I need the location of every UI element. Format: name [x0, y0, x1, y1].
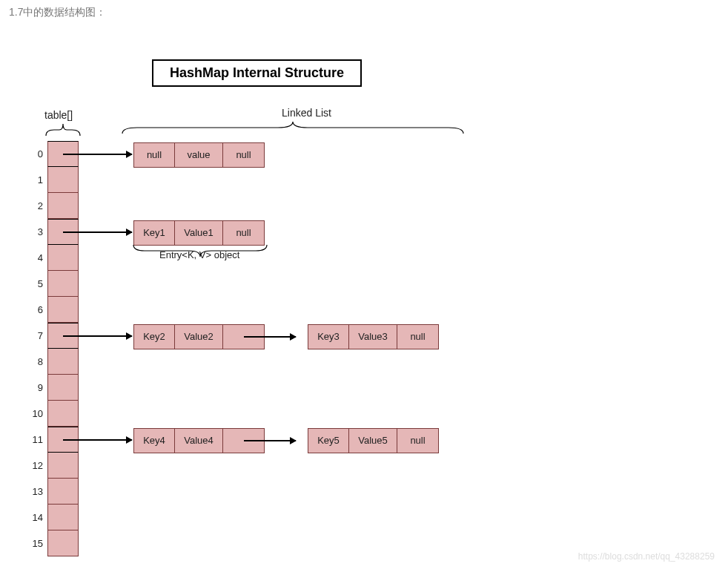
table-row: 2: [30, 193, 79, 219]
chain-row: nullvaluenull: [133, 142, 265, 168]
pointer-arrow: [63, 154, 132, 155]
entry-value: Value2: [175, 325, 223, 349]
entry-key: Key3: [308, 325, 349, 349]
table-slot: [47, 193, 79, 219]
table-row: 1: [30, 167, 79, 193]
entry-value: Value3: [349, 325, 397, 349]
entry-next: null: [223, 143, 264, 167]
chain-row: Key2Value2Key3Value3null: [133, 324, 439, 349]
table-slot: [47, 375, 79, 401]
table-row: 4: [30, 245, 79, 271]
linked-list-label: Linked List: [282, 107, 331, 119]
entry-value: value: [175, 143, 223, 167]
table-index: 12: [30, 460, 47, 471]
entry-next: null: [397, 325, 438, 349]
table-index: 10: [30, 408, 47, 419]
table-slot: [47, 453, 79, 479]
table-slot: [47, 401, 79, 427]
table-row: 9: [30, 375, 79, 401]
chain-row: Key1Value1null: [133, 220, 265, 246]
table-label: table[]: [44, 109, 73, 121]
table-row: 5: [30, 271, 79, 297]
watermark-text: https://blog.csdn.net/qq_43288259: [578, 551, 715, 562]
table-index: 11: [30, 434, 47, 445]
figure-caption: 1.7中的数据结构图：: [9, 6, 106, 19]
entry-value: Value4: [175, 429, 223, 453]
chain-row: Key4Value4Key5Value5null: [133, 428, 439, 453]
table-row: 14: [30, 505, 79, 530]
table-index: 9: [30, 382, 47, 393]
entry-next: null: [223, 221, 264, 245]
table-index: 13: [30, 486, 47, 497]
next-pointer-arrow: [244, 440, 296, 441]
entry-value: Value1: [175, 221, 223, 245]
pointer-arrow: [63, 439, 132, 441]
entry-key: Key5: [308, 429, 349, 453]
next-pointer-arrow: [244, 336, 296, 338]
table-slot: [47, 530, 79, 556]
entry-value: Value5: [349, 429, 397, 453]
pointer-arrow: [63, 335, 132, 337]
table-slot: [47, 245, 79, 271]
table-slot: [47, 167, 79, 193]
table-index: 3: [30, 226, 47, 237]
table-index: 6: [30, 304, 47, 315]
diagram-title: HashMap Internal Structure: [152, 59, 362, 87]
table-index: 2: [30, 200, 47, 211]
entry-object: Key5Value5null: [308, 428, 439, 453]
table-array: 0123456789101112131415: [30, 141, 79, 556]
table-slot: [47, 505, 79, 530]
table-row: 12: [30, 453, 79, 479]
entry-object: Key1Value1null: [133, 220, 265, 246]
table-slot: [47, 271, 79, 297]
entry-bracket: [133, 245, 267, 258]
pointer-arrow: [63, 231, 132, 233]
entry-key: Key4: [134, 429, 175, 453]
table-index: 4: [30, 252, 47, 263]
table-slot: [47, 479, 79, 505]
table-row: 15: [30, 530, 79, 556]
entry-key: Key2: [134, 325, 175, 349]
table-row: 13: [30, 479, 79, 505]
table-row: 10: [30, 401, 79, 427]
table-row: 8: [30, 349, 79, 375]
table-index: 14: [30, 512, 47, 523]
linked-list-bracket: [122, 120, 463, 134]
table-slot: [47, 349, 79, 375]
entry-object: nullvaluenull: [133, 142, 265, 168]
entry-key: null: [134, 143, 175, 167]
table-slot: [47, 297, 79, 323]
table-index: 5: [30, 278, 47, 289]
entry-object: Key3Value3null: [308, 324, 439, 349]
entry-key: Key1: [134, 221, 175, 245]
table-index: 1: [30, 174, 47, 185]
table-row: 6: [30, 297, 79, 323]
table-index: 15: [30, 538, 47, 549]
table-bracket: [46, 122, 80, 136]
table-index: 0: [30, 148, 47, 160]
table-index: 8: [30, 356, 47, 367]
table-index: 7: [30, 330, 47, 341]
entry-next: null: [397, 429, 438, 453]
